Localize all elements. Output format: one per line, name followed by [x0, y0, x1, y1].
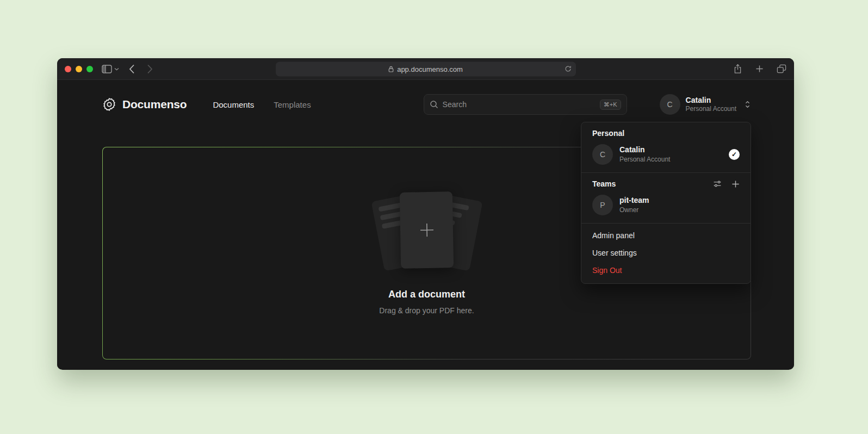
sidebar-toggle-icon[interactable] [102, 65, 112, 73]
personal-account-meta: Catalin Personal Account [619, 146, 670, 163]
personal-account-avatar: C [592, 144, 613, 165]
lock-icon [388, 65, 394, 72]
documenso-page: Documenso Documents Templates ⌘+K C [57, 80, 794, 369]
chevron-up-down-icon [744, 100, 751, 109]
account-avatar: C [660, 94, 680, 115]
search-icon [430, 100, 438, 109]
account-type: Personal Account [686, 106, 736, 113]
team-role: Owner [619, 207, 649, 214]
team-meta: pit-team Owner [619, 196, 649, 214]
search-input[interactable] [443, 100, 596, 109]
app-header: Documenso Documents Templates ⌘+K C [57, 80, 794, 115]
browser-window: app.documenso.com [57, 58, 794, 370]
back-button-icon[interactable] [129, 64, 135, 74]
team-name: pit-team [619, 196, 649, 204]
zoom-window-button[interactable] [86, 66, 93, 72]
url-text: app.documenso.com [397, 65, 463, 73]
share-icon[interactable] [733, 64, 742, 74]
forward-button-icon[interactable] [147, 64, 153, 74]
minimize-window-button[interactable] [76, 66, 82, 72]
close-window-button[interactable] [65, 66, 71, 72]
personal-account-name: Catalin [619, 146, 670, 154]
window-controls [65, 66, 93, 72]
personal-account-item[interactable]: C Catalin Personal Account ✓ [581, 142, 751, 169]
menu-divider [581, 172, 751, 173]
account-dropdown-menu: Personal C Catalin Personal Account ✓ Te… [581, 122, 751, 284]
documenso-logo-icon [102, 97, 116, 111]
teams-section-label: Teams [592, 179, 616, 188]
main-nav: Documents Templates [213, 100, 311, 109]
browser-titlebar: app.documenso.com [57, 58, 794, 80]
illustration-card-center [399, 191, 453, 269]
user-settings-item[interactable]: User settings [581, 244, 751, 262]
brand-name: Documenso [122, 98, 187, 111]
teams-section-header: Teams [581, 176, 751, 193]
search-shortcut-badge: ⌘+K [600, 100, 621, 110]
personal-account-type: Personal Account [619, 156, 670, 163]
menu-divider [581, 223, 751, 224]
search-box[interactable]: ⌘+K [424, 94, 627, 115]
tab-overview-icon[interactable] [777, 64, 786, 73]
team-avatar: P [592, 195, 613, 215]
sidebar-chevron-down-icon[interactable] [114, 67, 119, 71]
plus-icon [418, 221, 435, 238]
teams-actions [713, 179, 740, 188]
account-meta: Catalin Personal Account [686, 96, 736, 113]
selected-check-icon: ✓ [729, 149, 740, 160]
browser-nav-controls [102, 64, 153, 74]
team-item[interactable]: P pit-team Owner [581, 193, 751, 220]
dropzone-subtitle: Drag & drop your PDF here. [379, 306, 474, 315]
account-name: Catalin [686, 96, 736, 104]
address-bar[interactable]: app.documenso.com [276, 61, 576, 76]
dropzone-title: Add a document [388, 289, 465, 300]
refresh-icon[interactable] [565, 65, 572, 73]
nav-documents[interactable]: Documents [213, 100, 254, 109]
documents-illustration [369, 192, 485, 274]
account-menu-button[interactable]: C Catalin Personal Account [660, 94, 751, 115]
create-team-plus-icon[interactable] [731, 179, 740, 188]
new-tab-plus-icon[interactable] [755, 65, 764, 73]
browser-toolbar-right [733, 64, 786, 74]
admin-panel-item[interactable]: Admin panel [581, 227, 751, 244]
personal-section-label: Personal [581, 128, 751, 142]
sign-out-item[interactable]: Sign Out [581, 262, 751, 279]
manage-teams-icon[interactable] [713, 179, 722, 188]
brand[interactable]: Documenso [102, 97, 187, 111]
nav-templates[interactable]: Templates [274, 100, 311, 109]
